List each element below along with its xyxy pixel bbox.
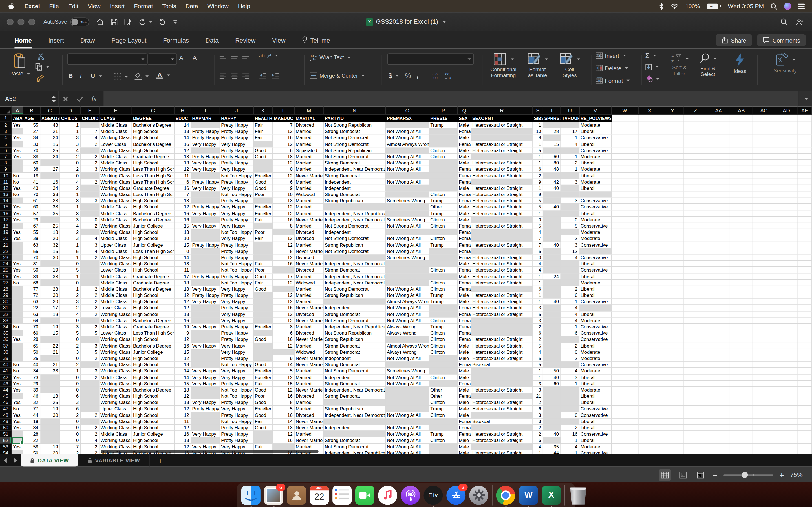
cell[interactable]: Trump [429,198,458,204]
cell[interactable]: 12 [273,431,295,437]
cell[interactable]: Middle Class [100,248,132,255]
cell[interactable]: 32 [40,242,60,248]
cell[interactable] [684,147,707,154]
cell[interactable]: Moderate [579,235,612,242]
cell[interactable]: Good [254,425,273,431]
cell[interactable]: 43 [40,122,60,128]
cell[interactable]: 13 [273,425,295,431]
cell[interactable]: Heterosexual or Straight [471,204,533,210]
cell[interactable] [639,450,661,454]
font-color-button[interactable]: A [156,71,170,79]
cell[interactable]: Not Strong Republican [324,122,386,128]
cell[interactable]: 12 [174,412,191,418]
cell[interactable] [684,135,707,141]
cell[interactable] [254,330,273,336]
cell[interactable]: No [12,368,23,374]
cell[interactable] [661,217,684,223]
cell[interactable] [386,185,429,191]
cell[interactable] [543,255,561,261]
cell[interactable]: Strong Republican [324,242,386,248]
cell[interactable]: Pretty Happy [220,154,254,160]
cell[interactable]: Not Too Happy [220,191,254,198]
cell[interactable]: 30 [40,292,60,298]
cell[interactable]: 12 [174,337,191,343]
cell[interactable]: Liberal [579,425,612,431]
cell[interactable]: Not Strong Republican [324,147,386,154]
cell[interactable] [543,324,561,330]
row-header-33[interactable]: 33 [0,318,12,324]
cell[interactable]: 5 [533,311,543,318]
cell[interactable] [661,305,684,311]
column-header-S[interactable]: S [533,107,543,115]
cell[interactable]: 12 [174,298,191,305]
cell[interactable]: Working Class [100,261,132,267]
cell[interactable]: Working Class [100,191,132,198]
cell[interactable]: 21 [40,362,60,368]
cell[interactable] [684,393,707,399]
cell[interactable]: 2 [533,425,543,431]
cell[interactable]: Trump [429,324,458,330]
cell[interactable] [661,418,684,425]
cell[interactable]: Heterosexual or Straight [471,261,533,267]
cell[interactable]: Not Wrong At All [386,166,429,172]
cell[interactable]: Not Strong Democrat [324,248,386,255]
cell[interactable] [798,135,812,141]
cell[interactable]: 12 [174,204,191,210]
cell[interactable]: 3 [60,349,81,355]
cell[interactable]: Married [295,298,324,305]
column-header-Q[interactable]: Q [458,107,471,115]
cell[interactable]: Trump [429,292,458,298]
cell[interactable] [639,128,661,135]
cell[interactable]: Never Married [295,248,324,255]
cell[interactable]: Female [458,198,471,204]
comments-button[interactable]: Comments [757,34,806,46]
cell[interactable]: Male [458,274,471,280]
cell[interactable] [684,311,707,318]
cell[interactable]: 8 [273,223,295,229]
cell[interactable] [561,261,579,267]
cell[interactable]: 16 [40,141,60,147]
cell[interactable]: Independent [324,229,386,235]
cell[interactable] [775,406,798,412]
cell[interactable]: No [12,406,23,412]
cell[interactable] [612,242,639,248]
cell[interactable]: Married [295,223,324,229]
cell[interactable]: 28 [40,286,60,292]
cell[interactable] [730,154,753,160]
cell[interactable] [543,425,561,431]
cell[interactable] [753,255,775,261]
cell[interactable]: 0 [60,418,81,425]
cell[interactable]: Working Class [100,198,132,204]
cell[interactable]: 13 [174,128,191,135]
cell[interactable]: 2 [81,412,100,418]
cell[interactable] [753,399,775,406]
cell[interactable]: 5 [273,406,295,412]
cell[interactable]: 1 [533,374,543,381]
cell[interactable]: Very Happy [191,286,220,292]
cell[interactable]: Male [458,292,471,298]
cell[interactable] [707,128,730,135]
cell[interactable]: 35 [543,444,561,450]
cell[interactable] [612,311,639,318]
cell[interactable]: Less Than High School [132,248,174,255]
cell[interactable]: Very Happy [220,223,254,229]
cell[interactable] [612,280,639,286]
cell[interactable]: Never Married [295,337,324,343]
cell[interactable] [386,122,429,128]
cell[interactable] [707,418,730,425]
cell[interactable] [661,368,684,374]
cell[interactable] [684,425,707,431]
cell[interactable]: Strong Republican [324,406,386,412]
cell[interactable]: Almost Always Wrong [386,298,429,305]
dock-mail-icon[interactable]: 6 [264,486,283,505]
cell[interactable] [612,425,639,431]
cell[interactable]: 2 [60,450,81,454]
cell[interactable]: Male [458,210,471,217]
row-header-30[interactable]: 30 [0,298,12,305]
cell[interactable]: Almost Always Wrong [386,343,429,349]
page-break-view-button[interactable] [695,469,707,481]
cell[interactable]: Never Married [295,355,324,362]
cell[interactable]: Pretty Happy [220,255,254,261]
cell[interactable]: Very Happy [191,399,220,406]
cell[interactable] [386,191,429,198]
